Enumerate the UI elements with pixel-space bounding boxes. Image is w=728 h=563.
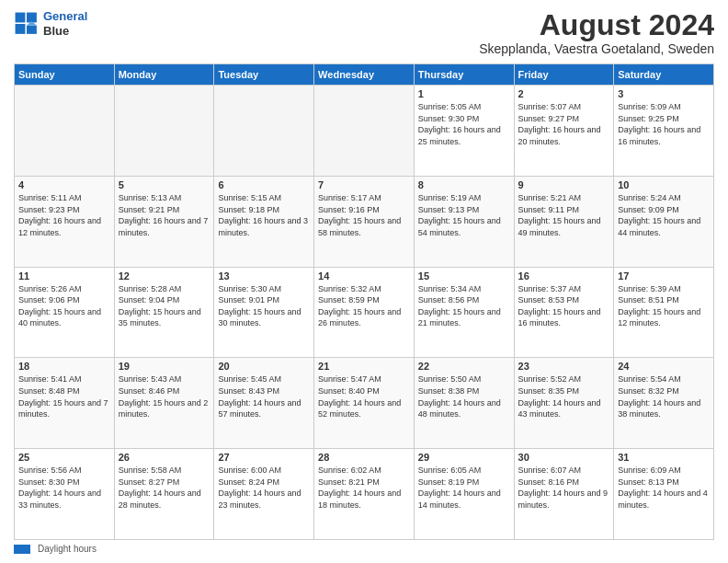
day-info: Sunrise: 5:09 AM Sunset: 9:25 PM Dayligh… [618, 101, 710, 147]
day-number: 30 [518, 452, 610, 463]
day-info: Sunrise: 6:05 AM Sunset: 8:19 PM Dayligh… [418, 465, 510, 511]
day-info: Sunrise: 5:11 AM Sunset: 9:23 PM Dayligh… [18, 192, 110, 238]
day-info: Sunrise: 6:07 AM Sunset: 8:16 PM Dayligh… [518, 465, 610, 511]
calendar-day-header: Saturday [614, 64, 714, 86]
calendar-cell: 23Sunrise: 5:52 AM Sunset: 8:35 PM Dayli… [514, 358, 614, 449]
svg-rect-1 [16, 12, 26, 22]
calendar-cell: 8Sunrise: 5:19 AM Sunset: 9:13 PM Daylig… [414, 176, 514, 267]
day-info: Sunrise: 5:37 AM Sunset: 8:53 PM Dayligh… [518, 283, 610, 329]
day-number: 21 [318, 361, 410, 372]
day-info: Sunrise: 6:02 AM Sunset: 8:21 PM Dayligh… [318, 465, 410, 511]
day-info: Sunrise: 5:39 AM Sunset: 8:51 PM Dayligh… [618, 283, 710, 329]
day-info: Sunrise: 6:00 AM Sunset: 8:24 PM Dayligh… [218, 465, 310, 511]
calendar-cell [214, 86, 314, 177]
day-number: 10 [618, 179, 710, 190]
calendar-cell: 11Sunrise: 5:26 AM Sunset: 9:06 PM Dayli… [15, 267, 115, 358]
day-info: Sunrise: 5:15 AM Sunset: 9:18 PM Dayligh… [218, 192, 310, 238]
calendar-table: SundayMondayTuesdayWednesdayThursdayFrid… [14, 63, 714, 540]
day-info: Sunrise: 5:56 AM Sunset: 8:30 PM Dayligh… [18, 465, 110, 511]
day-number: 29 [418, 452, 510, 463]
calendar-day-header: Wednesday [314, 64, 415, 86]
calendar-cell: 15Sunrise: 5:34 AM Sunset: 8:56 PM Dayli… [414, 267, 514, 358]
day-info: Sunrise: 6:09 AM Sunset: 8:13 PM Dayligh… [618, 465, 710, 511]
day-number: 3 [618, 88, 710, 99]
day-info: Sunrise: 5:54 AM Sunset: 8:32 PM Dayligh… [618, 373, 710, 419]
calendar-cell: 21Sunrise: 5:47 AM Sunset: 8:40 PM Dayli… [314, 358, 415, 449]
daylight-label: Daylight hours [38, 544, 97, 554]
calendar-day-header: Sunday [15, 64, 115, 86]
title-block: August 2024 Skepplanda, Vaestra Goetalan… [479, 9, 714, 56]
calendar-cell: 13Sunrise: 5:30 AM Sunset: 9:01 PM Dayli… [214, 267, 314, 358]
day-info: Sunrise: 5:30 AM Sunset: 9:01 PM Dayligh… [218, 283, 310, 329]
calendar-cell: 12Sunrise: 5:28 AM Sunset: 9:04 PM Dayli… [114, 267, 214, 358]
location-subtitle: Skepplanda, Vaestra Goetaland, Sweden [479, 41, 714, 56]
day-number: 20 [218, 361, 310, 372]
calendar-cell: 25Sunrise: 5:56 AM Sunset: 8:30 PM Dayli… [15, 449, 115, 540]
day-info: Sunrise: 5:28 AM Sunset: 9:04 PM Dayligh… [119, 283, 210, 329]
day-number: 13 [218, 270, 310, 282]
calendar-cell: 29Sunrise: 6:05 AM Sunset: 8:19 PM Dayli… [414, 449, 514, 540]
day-number: 18 [18, 361, 110, 372]
day-info: Sunrise: 5:41 AM Sunset: 8:48 PM Dayligh… [18, 373, 110, 419]
calendar-cell: 31Sunrise: 6:09 AM Sunset: 8:13 PM Dayli… [614, 449, 714, 540]
calendar-cell [15, 86, 115, 177]
calendar-cell: 24Sunrise: 5:54 AM Sunset: 8:32 PM Dayli… [614, 358, 714, 449]
day-info: Sunrise: 5:26 AM Sunset: 9:06 PM Dayligh… [18, 283, 110, 329]
calendar-cell: 4Sunrise: 5:11 AM Sunset: 9:23 PM Daylig… [15, 176, 115, 267]
calendar-cell: 28Sunrise: 6:02 AM Sunset: 8:21 PM Dayli… [314, 449, 415, 540]
day-info: Sunrise: 5:32 AM Sunset: 8:59 PM Dayligh… [318, 283, 410, 329]
calendar-cell: 6Sunrise: 5:15 AM Sunset: 9:18 PM Daylig… [214, 176, 314, 267]
day-number: 4 [18, 179, 110, 190]
day-number: 26 [119, 452, 210, 463]
day-number: 8 [418, 179, 510, 190]
day-number: 19 [119, 361, 210, 372]
page-header: General Blue August 2024 Skepplanda, Vae… [14, 9, 714, 56]
svg-marker-4 [27, 25, 37, 33]
day-number: 6 [218, 179, 310, 190]
calendar-day-header: Thursday [414, 64, 514, 86]
calendar-cell [314, 86, 415, 177]
day-number: 23 [518, 361, 610, 372]
day-number: 7 [318, 179, 410, 190]
calendar-cell: 17Sunrise: 5:39 AM Sunset: 8:51 PM Dayli… [614, 267, 714, 358]
day-info: Sunrise: 5:05 AM Sunset: 9:30 PM Dayligh… [418, 101, 510, 147]
day-info: Sunrise: 5:43 AM Sunset: 8:46 PM Dayligh… [119, 373, 210, 419]
day-info: Sunrise: 5:58 AM Sunset: 8:27 PM Dayligh… [119, 465, 210, 511]
calendar-cell: 7Sunrise: 5:17 AM Sunset: 9:16 PM Daylig… [314, 176, 415, 267]
day-number: 22 [418, 361, 510, 372]
day-number: 31 [618, 452, 710, 463]
calendar-cell [114, 86, 214, 177]
day-number: 28 [318, 452, 410, 463]
day-number: 25 [18, 452, 110, 463]
day-number: 12 [119, 270, 210, 282]
calendar-day-header: Monday [114, 64, 214, 86]
calendar-cell: 30Sunrise: 6:07 AM Sunset: 8:16 PM Dayli… [514, 449, 614, 540]
calendar-cell: 14Sunrise: 5:32 AM Sunset: 8:59 PM Dayli… [314, 267, 415, 358]
calendar-cell: 26Sunrise: 5:58 AM Sunset: 8:27 PM Dayli… [114, 449, 214, 540]
calendar-cell: 16Sunrise: 5:37 AM Sunset: 8:53 PM Dayli… [514, 267, 614, 358]
day-number: 17 [618, 270, 710, 282]
calendar-cell: 2Sunrise: 5:07 AM Sunset: 9:27 PM Daylig… [514, 86, 614, 177]
daylight-swatch [14, 545, 30, 554]
calendar-cell: 20Sunrise: 5:45 AM Sunset: 8:43 PM Dayli… [214, 358, 314, 449]
calendar-cell: 19Sunrise: 5:43 AM Sunset: 8:46 PM Dayli… [114, 358, 214, 449]
calendar-cell: 9Sunrise: 5:21 AM Sunset: 9:11 PM Daylig… [514, 176, 614, 267]
day-number: 1 [418, 88, 510, 99]
calendar-cell: 5Sunrise: 5:13 AM Sunset: 9:21 PM Daylig… [114, 176, 214, 267]
day-number: 27 [218, 452, 310, 463]
day-info: Sunrise: 5:24 AM Sunset: 9:09 PM Dayligh… [618, 192, 710, 238]
day-info: Sunrise: 5:45 AM Sunset: 8:43 PM Dayligh… [218, 373, 310, 419]
day-info: Sunrise: 5:07 AM Sunset: 9:27 PM Dayligh… [518, 101, 610, 147]
calendar-cell: 18Sunrise: 5:41 AM Sunset: 8:48 PM Dayli… [15, 358, 115, 449]
day-info: Sunrise: 5:52 AM Sunset: 8:35 PM Dayligh… [518, 373, 610, 419]
day-info: Sunrise: 5:21 AM Sunset: 9:11 PM Dayligh… [518, 192, 610, 238]
svg-rect-2 [16, 24, 26, 34]
day-number: 15 [418, 270, 510, 282]
day-info: Sunrise: 5:13 AM Sunset: 9:21 PM Dayligh… [119, 192, 210, 238]
logo: General Blue [14, 9, 87, 38]
day-info: Sunrise: 5:19 AM Sunset: 9:13 PM Dayligh… [418, 192, 510, 238]
calendar-cell: 1Sunrise: 5:05 AM Sunset: 9:30 PM Daylig… [414, 86, 514, 177]
logo-icon [14, 11, 40, 37]
month-title: August 2024 [479, 9, 714, 41]
calendar-footer: Daylight hours [14, 544, 714, 554]
